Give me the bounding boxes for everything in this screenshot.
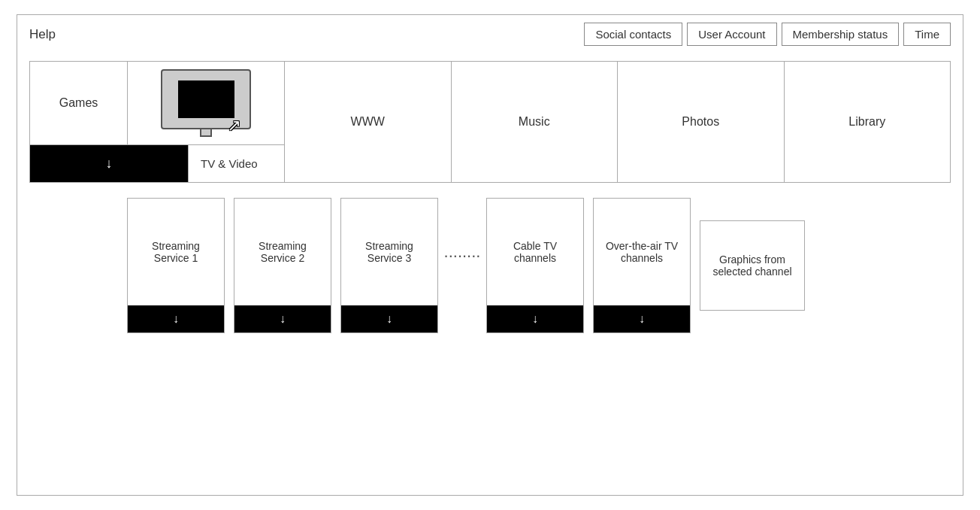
main-content: Games ↖	[17, 53, 963, 341]
over-the-air-down-arrow-icon: ↓	[639, 312, 645, 326]
music-cell[interactable]: Music	[452, 62, 619, 182]
photos-cell[interactable]: Photos	[618, 62, 785, 182]
monitor-stand	[200, 129, 212, 137]
streaming-service-3-footer[interactable]: ↓	[341, 305, 437, 332]
monitor-screen	[178, 80, 234, 118]
cable-tv-card[interactable]: Cable TV channels ↓	[486, 198, 584, 333]
library-cell[interactable]: Library	[785, 62, 951, 182]
left-panel: Games ↖	[29, 61, 285, 183]
tv-video-label[interactable]: TV & Video	[188, 145, 284, 182]
streaming-service-2-footer[interactable]: ↓	[234, 305, 331, 332]
help-label: Help	[29, 27, 56, 42]
streaming3-down-arrow-icon: ↓	[386, 312, 392, 326]
over-the-air-footer[interactable]: ↓	[594, 305, 690, 332]
cursor-icon: ↖	[228, 116, 241, 135]
www-cell[interactable]: WWW	[285, 62, 452, 182]
top-left-inner: Games ↖	[30, 62, 284, 144]
tv-down-arrow-icon: ↓	[106, 156, 113, 172]
streaming-service-3-card[interactable]: Streaming Service 3 ↓	[340, 198, 438, 333]
cable-tv-footer[interactable]: ↓	[487, 305, 583, 332]
user-account-button[interactable]: User Account	[687, 23, 776, 46]
over-the-air-card[interactable]: Over-the-air TV channels ↓	[593, 198, 691, 333]
streaming-service-2-body: Streaming Service 2	[234, 199, 331, 305]
tv-video-row: ↓ TV & Video	[30, 144, 284, 182]
streaming-service-1-body: Streaming Service 1	[128, 199, 224, 305]
streaming-service-1-card[interactable]: Streaming Service 1 ↓	[127, 198, 225, 333]
streaming-service-1-footer[interactable]: ↓	[128, 305, 224, 332]
games-label: Games	[59, 96, 98, 110]
streaming-service-3-body: Streaming Service 3	[341, 199, 437, 305]
streaming2-down-arrow-icon: ↓	[280, 312, 286, 326]
social-contacts-button[interactable]: Social contacts	[584, 23, 682, 46]
cable-tv-body: Cable TV channels	[487, 199, 583, 305]
ellipsis-separator: ........	[447, 242, 477, 262]
cable-tv-down-arrow-icon: ↓	[532, 312, 538, 326]
graphics-card: Graphics from selected channel	[700, 220, 805, 311]
bottom-row: Streaming Service 1 ↓ Streaming Service …	[29, 198, 951, 333]
time-button[interactable]: Time	[903, 23, 951, 46]
membership-status-button[interactable]: Membership status	[782, 23, 900, 46]
top-bar-buttons: Social contacts User Account Membership …	[584, 23, 951, 46]
top-bar: Help Social contacts User Account Member…	[17, 15, 963, 53]
games-cell[interactable]: Games	[30, 62, 128, 144]
streaming1-down-arrow-icon: ↓	[173, 312, 179, 326]
main-container: Help Social contacts User Account Member…	[17, 14, 963, 496]
monitor-wrapper: ↖	[157, 69, 255, 144]
over-the-air-body: Over-the-air TV channels	[594, 199, 690, 305]
top-row-right: WWW Music Photos Library	[285, 61, 951, 183]
streaming-service-2-card[interactable]: Streaming Service 2 ↓	[234, 198, 331, 333]
tv-black-bar[interactable]: ↓	[30, 145, 188, 182]
tv-icon-cell: ↖	[128, 62, 284, 144]
top-row: Games ↖	[29, 61, 951, 183]
